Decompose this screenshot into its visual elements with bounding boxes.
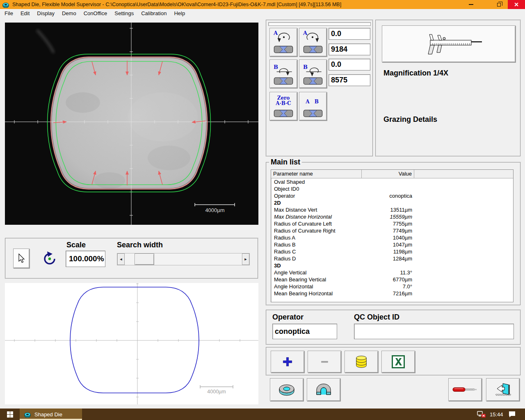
scrollbar-thumb[interactable] bbox=[135, 253, 154, 265]
operator-input[interactable] bbox=[272, 324, 337, 339]
table-row[interactable]: 3D bbox=[271, 262, 513, 269]
die-section-view-icon bbox=[315, 383, 333, 396]
table-row[interactable]: Oval Shaped bbox=[271, 178, 513, 185]
axis-a-angle-value: 0.0 bbox=[329, 28, 370, 40]
zero-abc-button[interactable]: Zero A·B·C bbox=[269, 92, 297, 121]
cursor-tool-button[interactable] bbox=[13, 249, 30, 268]
cursor-icon bbox=[17, 253, 25, 263]
scrollbar-left-arrow[interactable]: ◄ bbox=[117, 253, 125, 265]
table-header: Parameter name Value bbox=[271, 170, 513, 178]
axis-a-label: A bbox=[274, 30, 278, 36]
taskbar-app-label: Shaped Die bbox=[34, 411, 62, 418]
column-parameter-name: Parameter name bbox=[271, 170, 362, 178]
ab-icon bbox=[299, 92, 326, 120]
add-button[interactable] bbox=[271, 351, 304, 373]
operator-panel: Operator QC Object ID bbox=[266, 310, 521, 345]
excel-export-button[interactable] bbox=[381, 351, 415, 373]
main-list-title: Main list bbox=[269, 158, 302, 167]
menu-item[interactable]: Settings bbox=[111, 9, 137, 17]
rotate-view-icon[interactable] bbox=[42, 251, 57, 267]
rotate-a-ccw-button[interactable]: A bbox=[269, 28, 297, 57]
magnification-label: Magnification 1/4X bbox=[383, 69, 448, 78]
scrollbar-right-arrow[interactable]: ► bbox=[242, 253, 249, 265]
rotate-b-up-button[interactable]: B bbox=[269, 59, 297, 88]
scale-panel: Scale Search width ◄ ► bbox=[5, 238, 258, 279]
minimize-icon bbox=[469, 4, 473, 5]
scrollbar-track[interactable] bbox=[125, 253, 242, 265]
camera-scale-label: 4000µm bbox=[205, 207, 224, 213]
minimize-button[interactable] bbox=[462, 0, 480, 9]
ab-button[interactable]: A B bbox=[299, 92, 327, 121]
start-button[interactable] bbox=[0, 409, 20, 420]
table-row[interactable]: Radius B 1047µm bbox=[271, 241, 513, 248]
exit-door-icon bbox=[493, 382, 513, 397]
screwdriver-icon bbox=[452, 386, 479, 394]
profile-plot: 4000µm bbox=[5, 283, 258, 404]
restore-button[interactable] bbox=[490, 0, 508, 9]
tools-button[interactable] bbox=[448, 378, 482, 401]
restore-icon bbox=[497, 3, 501, 7]
die-section-view-button[interactable] bbox=[307, 378, 340, 401]
axis-b-angle-value: 0.0 bbox=[329, 59, 370, 71]
table-row[interactable]: Object ID0 bbox=[271, 185, 513, 192]
taskbar: Shaped Die 15:44 bbox=[0, 409, 525, 420]
abc-label: A·B·C bbox=[270, 100, 297, 106]
exit-button[interactable] bbox=[486, 378, 520, 401]
axis-b-label: B bbox=[274, 64, 278, 70]
table-row[interactable]: Angle Vertical 11.3° bbox=[271, 269, 513, 276]
scale-input[interactable] bbox=[66, 251, 105, 267]
database-button[interactable] bbox=[345, 351, 378, 373]
table-row[interactable]: Mean Bearing Horizontal 7216µm bbox=[271, 290, 513, 297]
column-value: Value bbox=[362, 170, 414, 178]
table-row[interactable]: Radius C 1198µm bbox=[271, 248, 513, 255]
menu-item[interactable]: Demo bbox=[58, 9, 80, 17]
menu-item[interactable]: Edit bbox=[17, 9, 33, 17]
menu-item[interactable]: Help bbox=[170, 9, 189, 17]
menu-item[interactable]: Calibration bbox=[137, 9, 170, 17]
axis-a-position-value: 9184 bbox=[329, 43, 370, 55]
rotate-a-cw-button[interactable]: A bbox=[299, 28, 327, 57]
close-button[interactable]: ✕ bbox=[508, 0, 525, 9]
main-list-panel: Main list Parameter name Value Oval Shap… bbox=[266, 162, 521, 306]
zero-label: Zero bbox=[270, 95, 297, 101]
taskbar-clock[interactable]: 15:44 bbox=[490, 409, 503, 420]
network-status-icon[interactable] bbox=[477, 409, 486, 420]
windows-logo-icon bbox=[7, 411, 13, 418]
menu-bar: FileEditDisplayDemoConOfficeSettingsCali… bbox=[0, 9, 525, 18]
table-row[interactable]: Radius of Curvature Right 7749µm bbox=[271, 227, 513, 234]
taskbar-app-tab[interactable]: Shaped Die bbox=[20, 409, 82, 420]
menu-item[interactable]: Display bbox=[33, 9, 58, 17]
measure-button[interactable] bbox=[382, 25, 516, 62]
minus-icon bbox=[318, 356, 331, 368]
menu-item[interactable]: File bbox=[1, 9, 17, 17]
excel-icon bbox=[392, 355, 405, 368]
table-row[interactable]: Max Distance Vert 13511µm bbox=[271, 206, 513, 213]
title-bar: Shaped Die, Flexible Model Supervisor - … bbox=[0, 0, 525, 9]
qc-object-id-input[interactable] bbox=[354, 324, 514, 339]
window-title: Shaped Die, Flexible Model Supervisor - … bbox=[12, 2, 341, 7]
ab-label: A B bbox=[299, 99, 326, 105]
caliper-icon bbox=[414, 32, 484, 55]
table-row[interactable]: Radius D 1284µm bbox=[271, 255, 513, 262]
table-row[interactable]: 2D bbox=[271, 199, 513, 206]
notification-center-icon[interactable] bbox=[509, 409, 516, 420]
remove-button[interactable] bbox=[308, 351, 341, 373]
table-row[interactable]: Mean Bearing Vertical 6770µm bbox=[271, 276, 513, 283]
search-width-scrollbar[interactable]: ◄ ► bbox=[117, 253, 250, 265]
operator-label: Operator bbox=[272, 313, 304, 322]
table-row[interactable]: Max Distance Horizontal 15559µm bbox=[271, 213, 513, 220]
actions-panel bbox=[266, 347, 521, 376]
table-row[interactable]: Angle Horizontal 7.0° bbox=[271, 283, 513, 290]
measurement-panel: Magnification 1/4X Grazing Details bbox=[375, 20, 521, 157]
table-row[interactable]: Radius A 1040µm bbox=[271, 234, 513, 241]
die-top-view-button[interactable] bbox=[270, 378, 304, 401]
rotate-b-down-button[interactable]: B bbox=[299, 59, 327, 88]
axis-b-label: B bbox=[303, 64, 308, 70]
table-body: Oval Shaped Object ID0 Operator conoptic… bbox=[271, 178, 513, 297]
taskbar-die-icon bbox=[24, 411, 31, 418]
camera-view-image: 4000µm bbox=[5, 23, 258, 225]
menu-item[interactable]: ConOffice bbox=[80, 9, 111, 17]
table-row[interactable]: Radius of Curvature Left 7755µm bbox=[271, 220, 513, 227]
app-die-icon bbox=[2, 2, 9, 8]
table-row[interactable]: Operator conoptica bbox=[271, 192, 513, 199]
